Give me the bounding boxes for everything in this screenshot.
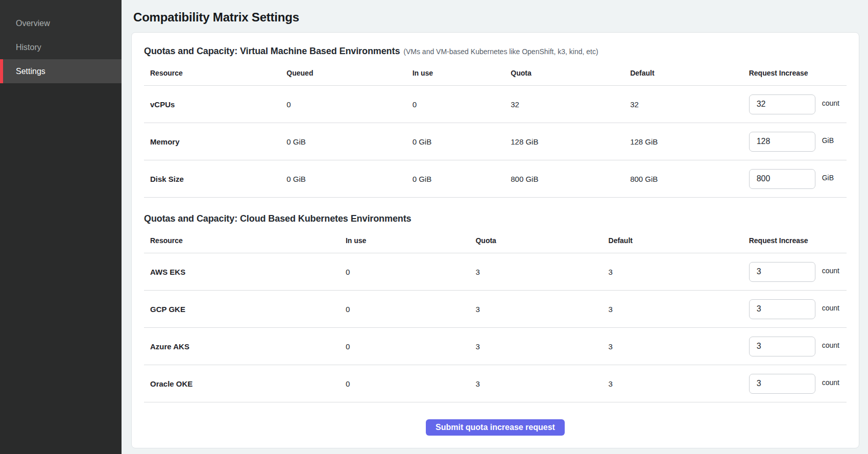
default-value: 32 [630,86,749,123]
column-header-queued: Queued [286,64,412,86]
sidebar-item-history[interactable]: History [0,35,122,59]
column-header-resource: Resource [144,64,286,86]
in-use-value: 0 GiB [413,123,511,160]
cloud-section-header: Quotas and Capacity: Cloud Based Kuberne… [144,213,847,224]
in-use-value: 0 [346,365,476,402]
cloud-section-title: Quotas and Capacity: Cloud Based Kuberne… [144,213,412,224]
unit-label: count [822,267,839,275]
quota-value: 3 [475,328,608,365]
quota-value: 32 [511,86,630,123]
sidebar-item-overview[interactable]: Overview [0,11,122,35]
default-value: 800 GiB [630,160,749,198]
default-value: 3 [609,365,749,402]
vm-table-header-row: Resource Queued In use Quota Default Req… [144,64,847,86]
column-header-default: Default [630,64,749,86]
quota-value: 128 GiB [511,123,630,160]
column-header-in-use: In use [346,231,476,253]
unit-label: count [822,304,839,312]
in-use-value: 0 GiB [413,160,511,198]
quota-value: 800 GiB [511,160,630,198]
default-value: 3 [609,328,749,365]
quota-value: 3 [475,365,608,402]
table-row: Disk Size 0 GiB 0 GiB 800 GiB 800 GiB Gi… [144,160,847,198]
in-use-value: 0 [346,291,476,328]
request-increase-input[interactable] [749,262,815,282]
page-title: Compatibility Matrix Settings [133,10,859,25]
queued-value: 0 GiB [286,123,412,160]
unit-label: count [822,341,839,349]
default-value: 3 [609,253,749,291]
table-row: vCPUs 0 0 32 32 count [144,86,847,123]
request-increase-input[interactable] [749,169,815,189]
column-header-default: Default [609,231,749,253]
column-header-in-use: In use [413,64,511,86]
cloud-table-header-row: Resource In use Quota Default Request In… [144,231,847,253]
unit-label: GiB [822,136,834,145]
in-use-value: 0 [346,328,476,365]
unit-label: count [822,99,839,107]
sidebar-nav: Overview History Settings [0,0,122,83]
resource-name: GCP GKE [150,305,185,314]
sidebar-item-settings[interactable]: Settings [0,59,122,83]
default-value: 3 [609,291,749,328]
in-use-value: 0 [346,253,476,291]
main-content: Compatibility Matrix Settings Quotas and… [122,0,868,454]
request-increase-input[interactable] [749,132,815,152]
unit-label: GiB [822,174,834,182]
request-increase-input[interactable] [749,337,815,356]
resource-name: Oracle OKE [150,379,192,388]
vm-section-subtitle: (VMs and VM-based Kubernetes like OpenSh… [403,47,598,56]
column-header-quota: Quota [511,64,630,86]
submit-quota-button[interactable]: Submit quota increase request [426,419,565,436]
table-row: GCP GKE 0 3 3 count [144,291,847,328]
quota-value: 3 [475,253,608,291]
unit-label: count [822,378,839,387]
vm-section-header: Quotas and Capacity: Virtual Machine Bas… [144,46,847,57]
settings-card: Quotas and Capacity: Virtual Machine Bas… [131,32,859,448]
request-increase-input[interactable] [749,94,815,114]
quota-value: 3 [475,291,608,328]
resource-name: Disk Size [150,175,184,183]
submit-row: Submit quota increase request [144,419,847,436]
queued-value: 0 GiB [286,160,412,198]
vm-quota-table: Resource Queued In use Quota Default Req… [144,64,847,198]
column-header-request-increase: Request Increase [749,231,847,253]
table-row: AWS EKS 0 3 3 count [144,253,847,291]
resource-name: Azure AKS [150,342,189,351]
sidebar: Overview History Settings [0,0,122,454]
cloud-quota-table: Resource In use Quota Default Request In… [144,231,847,402]
request-increase-input[interactable] [749,299,815,319]
column-header-quota: Quota [475,231,608,253]
request-increase-input[interactable] [749,374,815,394]
table-row: Memory 0 GiB 0 GiB 128 GiB 128 GiB GiB [144,123,847,160]
table-row: Azure AKS 0 3 3 count [144,328,847,365]
column-header-resource: Resource [144,231,346,253]
table-row: Oracle OKE 0 3 3 count [144,365,847,402]
resource-name: Memory [150,137,180,146]
default-value: 128 GiB [630,123,749,160]
column-header-request-increase: Request Increase [749,64,847,86]
vm-section-title: Quotas and Capacity: Virtual Machine Bas… [144,46,400,56]
resource-name: AWS EKS [150,268,185,276]
resource-name: vCPUs [150,100,175,109]
queued-value: 0 [286,86,412,123]
in-use-value: 0 [413,86,511,123]
